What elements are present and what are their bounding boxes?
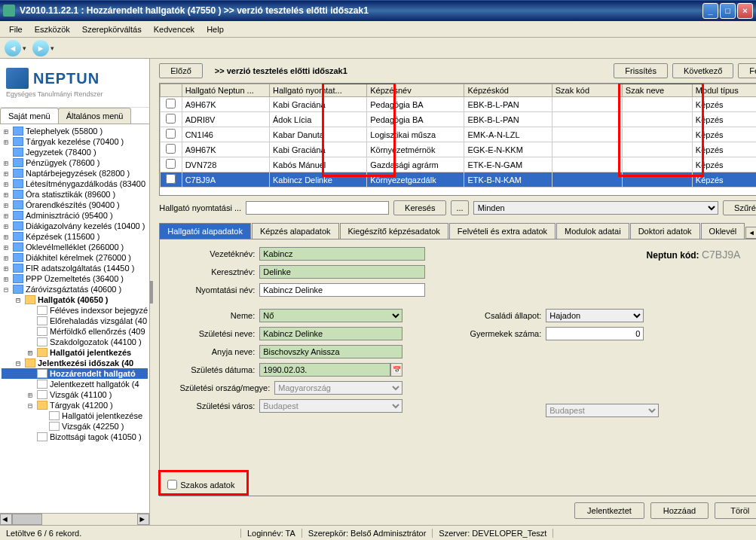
table-row[interactable]: CN1I46Kabar DanutaLogisztikai műszaEMK-A…: [161, 127, 756, 142]
search-more-button[interactable]: ...: [451, 200, 468, 215]
nav-back-dropdown[interactable]: ▾: [23, 44, 26, 52]
search-button[interactable]: Keresés: [393, 200, 446, 215]
tree-item[interactable]: ⊞Tárgyak kezelése (70400 ): [2, 136, 148, 147]
grid-header[interactable]: Képzésnév: [367, 84, 464, 97]
row-checkbox[interactable]: [166, 129, 176, 139]
torol-button[interactable]: Töröl: [715, 502, 756, 519]
szulorszag-select[interactable]: Magyarország: [274, 381, 402, 395]
expand-icon[interactable]: ⊞: [26, 349, 35, 357]
expand-icon[interactable]: ⊞: [2, 275, 11, 283]
table-row[interactable]: A9H67KKabi GraciánaPedagógia BAEBK-B-L-P…: [161, 97, 756, 112]
detail-tab[interactable]: Doktori adatok: [630, 223, 700, 239]
tree-item[interactable]: Mérföldkő ellenőrzés (409: [2, 326, 148, 337]
menu-help[interactable]: Help: [200, 23, 230, 36]
filter-button[interactable]: Szűrés: [723, 200, 756, 215]
expand-icon[interactable]: ⊞: [2, 243, 11, 252]
expand-icon[interactable]: ⊟: [14, 359, 23, 368]
jelentkeztet-button[interactable]: Jelentkeztet: [574, 502, 644, 519]
expand-icon[interactable]: ⊞: [2, 138, 11, 146]
nav-forward-button[interactable]: ►: [32, 40, 49, 56]
tree-hscroll[interactable]: ◄►: [0, 513, 149, 525]
detail-tab[interactable]: Képzés alapadatok: [252, 223, 339, 239]
expand-icon[interactable]: ⊞: [2, 127, 11, 136]
gyermek-field[interactable]: 0: [546, 327, 644, 340]
tree-item[interactable]: ⊟Záróvizsgáztatás (40600 ): [2, 284, 148, 294]
anyja-field[interactable]: Bischovszky Anissza: [259, 345, 402, 358]
row-checkbox[interactable]: [166, 99, 176, 108]
tree-item[interactable]: ⊟Tárgyak (41200 ): [2, 400, 148, 410]
expand-icon[interactable]: ⊞: [2, 212, 11, 220]
up-button[interactable]: Fel: [738, 63, 756, 78]
tree-item[interactable]: ⊞Oklevélmelléklet (266000 ): [2, 242, 148, 252]
data-grid[interactable]: Hallgató Neptun ...Hallgató nyomtat...Ké…: [159, 83, 756, 196]
tree-item[interactable]: ⊞Diákigazolvány kezelés (10400 ): [2, 221, 148, 231]
row-checkbox[interactable]: [166, 159, 176, 169]
tree-item[interactable]: Hallgatói jelentkezése: [2, 410, 148, 421]
expand-icon[interactable]: ⊞: [2, 191, 11, 199]
expand-icon[interactable]: ⊞: [26, 391, 35, 399]
tree-item[interactable]: Szakdolgozatok (44100 ): [2, 337, 148, 347]
tree-item[interactable]: ⊞Naptárbejegyzések (82800 ): [2, 168, 148, 178]
szakos-checkbox[interactable]: [167, 480, 177, 490]
expand-icon[interactable]: ⊟: [26, 401, 35, 410]
row-checkbox[interactable]: [166, 144, 176, 154]
expand-icon[interactable]: ⊞: [2, 254, 11, 262]
grid-header[interactable]: Képzéskód: [464, 84, 552, 97]
grid-header[interactable]: Modul típus: [692, 84, 756, 97]
keresztnev-field[interactable]: Delinke: [259, 265, 425, 279]
nav-tree[interactable]: ⊞Telephelyek (55800 )⊞Tárgyak kezelése (…: [0, 124, 149, 513]
expand-icon[interactable]: ⊟: [14, 296, 23, 304]
tree-item[interactable]: ⊟Hallgatók (40650 ): [2, 294, 148, 305]
close-button[interactable]: ×: [737, 3, 753, 19]
next-button[interactable]: Következő: [672, 63, 733, 78]
szakos-checkbox-group[interactable]: Szakos adatok: [164, 478, 237, 491]
detail-tab[interactable]: Modulok adatai: [556, 223, 629, 239]
tree-item[interactable]: ⊞Vizsgák (41100 ): [2, 389, 148, 400]
menu-file[interactable]: File: [3, 23, 29, 36]
tree-item[interactable]: ⊞Diákhitel kérelmek (276000 ): [2, 252, 148, 263]
prev-button[interactable]: Előző: [159, 63, 203, 78]
row-checkbox[interactable]: [166, 114, 176, 124]
tree-item[interactable]: Bizottsági tagok (41050 ): [2, 432, 148, 442]
nav-back-button[interactable]: ◄: [5, 40, 21, 56]
grid-header[interactable]: Szak neve: [622, 84, 692, 97]
sidebar-tab-general[interactable]: Általános menü: [58, 108, 132, 124]
expand-icon[interactable]: ⊞: [2, 180, 11, 188]
vezeteknev-field[interactable]: Kabincz: [259, 247, 425, 261]
detail-tab[interactable]: Oklevél: [701, 223, 745, 239]
expand-icon[interactable]: ⊞: [2, 201, 11, 209]
nav-forward-dropdown[interactable]: ▾: [51, 44, 54, 52]
table-row[interactable]: C7BJ9AKabincz DelinkeKörnyezetgazdálkETK…: [161, 172, 756, 188]
maximize-button[interactable]: □: [720, 3, 736, 19]
tree-item[interactable]: Féléves indexsor bejegyzé: [2, 305, 148, 316]
minimize-button[interactable]: _: [702, 3, 718, 19]
expand-icon[interactable]: ⊞: [2, 169, 11, 178]
menu-roleswitch[interactable]: Szerepkörváltás: [76, 23, 148, 36]
tree-item[interactable]: ⊞Órarendkészítés (90400 ): [2, 200, 148, 210]
expand-icon[interactable]: ⊟: [2, 285, 11, 294]
menu-favorites[interactable]: Kedvencek: [148, 23, 200, 36]
tree-item[interactable]: ⊞FIR adatszolgáltatás (14450 ): [2, 263, 148, 273]
grid-header[interactable]: Hallgató nyomtat...: [269, 84, 366, 97]
expand-icon[interactable]: ⊞: [2, 233, 11, 241]
grid-header[interactable]: Szak kód: [552, 84, 622, 97]
szuldat-field[interactable]: 1990.02.03.: [259, 363, 390, 377]
date-picker-icon[interactable]: 📅: [390, 363, 402, 377]
tree-item[interactable]: ⊟Jelentkezési időszak (40: [2, 358, 148, 368]
detail-tab[interactable]: Hallgatói alapadatok: [159, 223, 251, 239]
expand-icon[interactable]: ⊞: [2, 222, 11, 230]
tree-item[interactable]: Vizsgák (42250 ): [2, 421, 148, 432]
tree-item[interactable]: Hozzárendelt hallgató: [2, 368, 148, 379]
szulvaros-select[interactable]: Budapest: [259, 399, 402, 413]
search-input[interactable]: [246, 201, 389, 215]
expand-icon[interactable]: ⊞: [2, 159, 11, 167]
menu-tools[interactable]: Eszközök: [29, 23, 76, 36]
tree-item[interactable]: ⊞Pénzügyek (78600 ): [2, 157, 148, 168]
tree-item[interactable]: ⊞Telephelyek (55800 ): [2, 126, 148, 136]
expand-icon[interactable]: ⊞: [2, 264, 11, 273]
refresh-button[interactable]: Frissítés: [614, 63, 668, 78]
sidebar-tab-own[interactable]: Saját menü: [0, 108, 59, 124]
grid-header[interactable]: Hallgató Neptun ...: [182, 84, 269, 97]
tree-item[interactable]: ⊞Képzések (115600 ): [2, 231, 148, 242]
tree-item[interactable]: ⊞Létesítménygazdálkodás (83400: [2, 178, 148, 189]
